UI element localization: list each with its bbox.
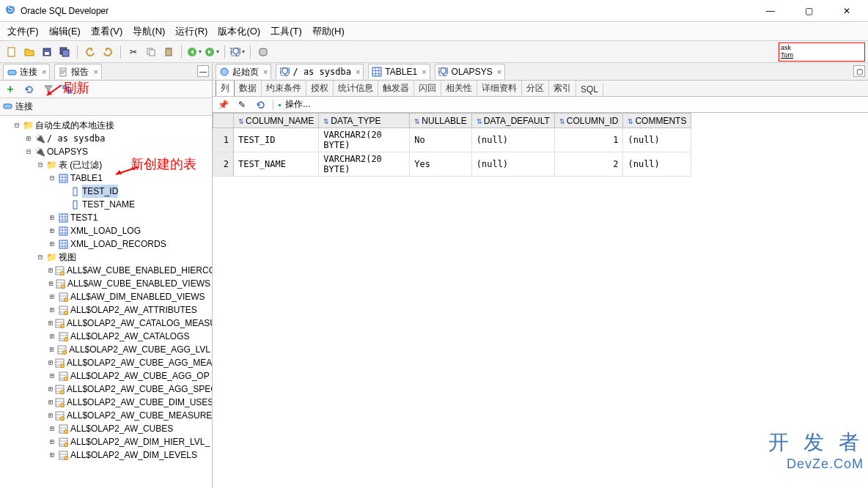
redo-icon[interactable] <box>100 45 115 59</box>
tab-startpage[interactable]: 起始页× <box>216 64 271 79</box>
subtab-details[interactable]: 详细资料 <box>477 81 522 96</box>
subtab-triggers[interactable]: 触发器 <box>378 81 414 96</box>
new-icon[interactable] <box>4 45 19 59</box>
close-icon[interactable]: × <box>42 67 46 76</box>
tree-node[interactable]: TEST1 <box>70 211 98 224</box>
connection-tree[interactable]: ⊟📁自动生成的本地连接 ⊞🔌/ as sysdba ⊟🔌OLAPSYS ⊟📁表 … <box>0 116 212 488</box>
actions-dropdown[interactable]: 操作... <box>285 98 310 111</box>
tab-olapsys[interactable]: SQL OLAPSYS× <box>435 64 505 79</box>
table-row[interactable]: 2 TEST_NAMEVARCHAR2(20 BYTE) Yes(null) 2… <box>213 152 691 177</box>
close-icon[interactable]: × <box>263 67 268 76</box>
refresh-grid-icon[interactable] <box>254 97 268 112</box>
back-dropdown[interactable] <box>187 45 202 59</box>
close-icon[interactable]: × <box>422 67 426 76</box>
connections-icon <box>7 67 17 77</box>
new-connection-icon[interactable]: + <box>3 82 18 97</box>
pin-icon[interactable]: 📌 <box>216 97 230 112</box>
separator <box>77 45 78 59</box>
column-icon <box>70 186 80 196</box>
menu-tools[interactable]: 工具(T) <box>271 25 302 38</box>
subtab-grants[interactable]: 授权 <box>306 81 334 96</box>
svg-rect-20 <box>4 104 12 108</box>
close-icon[interactable]: × <box>497 67 501 76</box>
tree-node[interactable]: ⊞ALL$OLAP2_AW_CUBE_AGG_SPEC <box>48 382 210 396</box>
tree-node[interactable]: XML_LOAD_LOG <box>70 224 141 237</box>
subtab-partitions[interactable]: 分区 <box>522 81 549 96</box>
tree-node[interactable]: / as sysdba <box>47 132 105 145</box>
tab-sysdba[interactable]: SQL / as sysdba× <box>276 64 364 79</box>
minimize-panel-button[interactable]: — <box>197 65 209 77</box>
menu-file[interactable]: 文件(F) <box>7 25 39 38</box>
tree-node[interactable]: TABLE1 <box>70 171 103 185</box>
columns-grid[interactable]: ⇅COLUMN_NAME ⇅DATA_TYPE ⇅NULLABLE ⇅DATA_… <box>213 113 868 488</box>
tree-node[interactable]: ⊞ALL$OLAP2_AW_ATTRIBUTES <box>48 303 210 317</box>
subtab-data[interactable]: 数据 <box>235 81 262 96</box>
tree-node[interactable]: OLAPSYS <box>47 145 88 158</box>
tab-connections[interactable]: 连接 × <box>3 64 50 79</box>
close-icon[interactable]: × <box>356 67 360 76</box>
tree-node[interactable]: ⊞ALL$OLAP2_AW_CUBES <box>48 422 210 435</box>
annotation-refresh: 刷新 <box>63 79 89 97</box>
svg-rect-10 <box>167 48 170 49</box>
svg-rect-16 <box>8 70 16 75</box>
menu-help[interactable]: 帮助(H) <box>312 25 345 38</box>
subtab-indexes[interactable]: 索引 <box>549 81 576 96</box>
copy-icon[interactable] <box>144 45 158 59</box>
paste-icon[interactable] <box>161 45 176 59</box>
subtab-constraints[interactable]: 约束条件 <box>262 81 306 96</box>
tree-node[interactable]: ⊞ALL$OLAP2_AW_CUBE_AGG_OP <box>48 369 210 382</box>
table-row[interactable]: 1 TEST_IDVARCHAR2(20 BYTE) No(null) 1(nu… <box>213 128 691 152</box>
menu-versioning[interactable]: 版本化(O) <box>218 25 260 38</box>
close-icon[interactable]: × <box>93 67 98 76</box>
tree-node-selected[interactable]: TEST_ID <box>82 185 118 198</box>
menu-edit[interactable]: 编辑(E) <box>49 25 81 38</box>
tree-node[interactable]: ⊞ALL$OLAP2_AW_DIM_HIER_LVL_ <box>48 435 210 448</box>
tree-node[interactable]: ⊞ALL$OLAP2_AW_DIM_LEVELS <box>48 448 210 462</box>
menu-nav[interactable]: 导航(N) <box>133 25 165 38</box>
tree-node[interactable]: 视图 <box>59 251 76 264</box>
save-all-icon[interactable] <box>57 45 72 59</box>
tree-node[interactable]: XML_LOAD_RECORDS <box>70 237 166 251</box>
close-button[interactable]: ✕ <box>830 1 864 21</box>
tab-table1[interactable]: TABLE1× <box>368 64 430 79</box>
tree-node[interactable]: ⊞ALL$OLAP2_AW_CUBE_DIM_USES <box>48 396 210 409</box>
tree-node[interactable]: 表 (已过滤) <box>59 158 102 171</box>
subtab-sql[interactable]: SQL <box>576 83 603 96</box>
undo-icon[interactable] <box>83 45 98 59</box>
refresh-icon[interactable] <box>22 82 37 97</box>
restore-panel-button[interactable]: ▢ <box>853 65 865 77</box>
db-icon[interactable] <box>256 45 271 59</box>
save-icon[interactable] <box>40 45 54 59</box>
maximize-button[interactable]: ▢ <box>792 1 825 21</box>
svg-point-36 <box>61 324 65 328</box>
edit-icon[interactable]: ✎ <box>235 97 249 112</box>
tree-node[interactable]: ⊞ALL$OLAP2_AW_CUBE_AGG_LVL <box>48 343 210 356</box>
view-icon <box>58 424 68 434</box>
tree-node[interactable]: ⊞ALL$AW_CUBE_ENABLED_VIEWS <box>48 277 210 290</box>
sql-worksheet-dropdown[interactable]: SQL <box>230 45 245 59</box>
subtab-deps[interactable]: 相关性 <box>441 81 477 96</box>
tree-node[interactable]: ⊞ALL$OLAP2_AW_CUBE_AGG_MEAS <box>48 356 210 369</box>
menu-view[interactable]: 查看(V) <box>91 25 122 38</box>
open-icon[interactable] <box>22 45 37 59</box>
tree-node[interactable]: ⊞ALL$OLAP2_AW_CATALOGS <box>48 330 210 343</box>
tree-header: 连接 <box>0 98 212 116</box>
cut-icon[interactable]: ✂ <box>126 45 141 59</box>
tree-node[interactable]: ⊞ALL$OLAP2_AW_CATALOG_MEASU <box>48 317 210 330</box>
tab-reports[interactable]: 报告 × <box>54 64 101 79</box>
svg-point-44 <box>64 377 67 380</box>
svg-rect-24 <box>59 214 67 222</box>
menu-run[interactable]: 运行(R) <box>175 25 207 38</box>
tree-node[interactable]: 自动生成的本地连接 <box>35 119 114 132</box>
forward-dropdown[interactable] <box>205 45 219 59</box>
tree-node[interactable]: ⊞ALL$OLAP2_AW_CUBE_MEASURES <box>48 409 210 422</box>
tree-node[interactable]: TEST_NAME <box>82 198 135 211</box>
tree-node[interactable]: ⊞ALL$AW_DIM_ENABLED_VIEWS <box>48 290 210 303</box>
subtab-flashback[interactable]: 闪回 <box>414 81 441 96</box>
svg-rect-4 <box>45 52 49 55</box>
subtab-columns[interactable]: 列 <box>216 80 235 96</box>
subtab-stats[interactable]: 统计信息 <box>334 81 378 96</box>
help-panel[interactable]: ask Tom <box>779 42 865 62</box>
tree-node[interactable]: ⊞ALL$AW_CUBE_ENABLED_HIERCO <box>48 264 210 277</box>
minimize-button[interactable]: — <box>754 1 787 21</box>
